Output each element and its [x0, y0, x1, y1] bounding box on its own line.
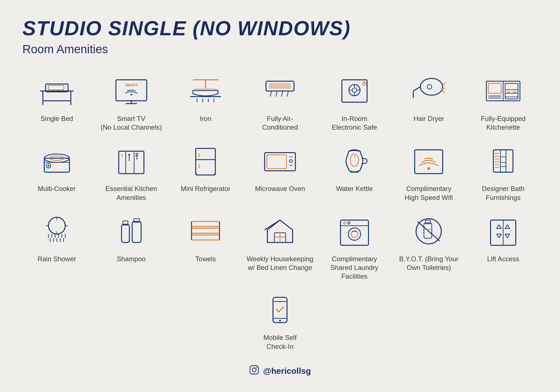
svg-rect-84 — [415, 150, 443, 174]
housekeeping-label: Weekly Housekeepingw/ Bed Linen Change — [247, 255, 313, 272]
amenity-single-bed: Single Bed — [22, 73, 91, 132]
kitchenette-label: Fully-EquippedKitchenette — [481, 114, 526, 132]
amenity-electronic-safe: In-RoomElectronic Safe — [320, 73, 389, 132]
bottom-row: Mobile SelfCheck-In — [22, 292, 538, 351]
svg-rect-116 — [132, 221, 141, 242]
svg-marker-142 — [505, 234, 510, 238]
svg-line-24 — [270, 91, 272, 97]
towels-icon — [183, 213, 228, 249]
air-conditioned-icon — [258, 73, 302, 109]
smart-tv-icon: SMART — [109, 73, 154, 109]
amenity-mobile-checkin: Mobile SelfCheck-In — [258, 292, 302, 351]
footer: @hericollsg — [22, 365, 538, 377]
amenity-wifi: ComplimentaryHigh Speed Wifi — [395, 143, 463, 202]
electronic-safe-label: In-RoomElectronic Safe — [332, 114, 377, 132]
bath-furnishings-label: Designer BathFurnishings — [482, 184, 524, 202]
lift-access-label: Lift Access — [487, 255, 519, 263]
page-title: STUDIO SINGLE (NO WINDOWS) — [22, 17, 538, 40]
svg-rect-118 — [192, 221, 220, 227]
amenity-smart-tv: SMART Smart TV(No Local Channels) — [97, 73, 166, 132]
footer-handle: @hericollsg — [263, 366, 311, 376]
towels-label: Towels — [195, 255, 216, 263]
amenity-housekeeping: Weekly Housekeepingw/ Bed Linen Change — [246, 213, 314, 281]
amenity-mini-fridge: Mini Refrigerator — [171, 143, 240, 202]
amenity-lift-access: Lift Access — [469, 213, 538, 281]
amenity-iron: Iron — [171, 73, 240, 132]
byot-icon — [406, 213, 451, 249]
amenity-bath-furnishings: Designer BathFurnishings — [469, 143, 538, 202]
kitchenette-icon — [481, 73, 526, 109]
smart-tv-label: Smart TV(No Local Channels) — [101, 114, 162, 132]
wifi-label: ComplimentaryHigh Speed Wifi — [405, 184, 453, 202]
svg-point-149 — [256, 367, 257, 368]
svg-point-129 — [348, 222, 350, 224]
kitchen-amenities-icon — [109, 143, 154, 179]
svg-line-39 — [413, 87, 420, 91]
page-subtitle: Room Amenities — [22, 43, 538, 56]
svg-rect-2 — [48, 85, 64, 90]
amenities-grid: Single Bed SMART Smart TV(No Local Chann… — [22, 73, 538, 281]
laundry-icon — [332, 213, 377, 249]
svg-point-85 — [427, 167, 430, 170]
amenity-air-conditioned: Fully Air-Conditioned — [246, 73, 314, 132]
lift-access-icon — [481, 213, 526, 249]
svg-rect-120 — [192, 235, 220, 240]
microwave-icon — [258, 143, 302, 179]
svg-rect-147 — [250, 366, 258, 374]
amenity-multi-cooker: Multi-Cooker — [22, 143, 91, 202]
amenity-microwave: Microwave Oven — [246, 143, 314, 202]
rain-shower-label: Rain Shower — [38, 255, 76, 263]
amenity-hair-dryer: Hair Dryer — [395, 73, 463, 132]
svg-line-26 — [281, 91, 283, 97]
iron-label: Iron — [200, 114, 211, 123]
svg-line-43 — [442, 90, 445, 93]
shampoo-icon — [109, 213, 154, 249]
mini-fridge-label: Mini Refrigerator — [181, 184, 230, 193]
svg-line-41 — [443, 83, 445, 85]
svg-point-59 — [48, 165, 49, 167]
byot-label: B.Y.O.T. (Bring YourOwn Toiletries) — [399, 255, 459, 272]
mini-fridge-icon — [183, 143, 228, 179]
water-kettle-label: Water Kettle — [336, 184, 373, 193]
instagram-icon — [249, 365, 259, 377]
svg-marker-141 — [505, 225, 510, 228]
svg-rect-114 — [122, 224, 129, 242]
svg-point-146 — [279, 320, 281, 321]
amenity-kitchenette: Fully-EquippedKitchenette — [469, 73, 538, 132]
svg-point-148 — [252, 368, 256, 372]
multi-cooker-label: Multi-Cooker — [38, 184, 76, 193]
bath-furnishings-icon — [481, 143, 526, 179]
amenity-laundry: ComplimentaryShared LaundryFacilities — [320, 213, 389, 281]
svg-text:SMART: SMART — [125, 83, 137, 87]
housekeeping-icon — [258, 213, 302, 249]
water-kettle-icon — [332, 143, 377, 179]
amenity-byot: B.Y.O.T. (Bring YourOwn Toiletries) — [395, 213, 463, 281]
svg-rect-76 — [265, 153, 295, 171]
mobile-checkin-label: Mobile SelfCheck-In — [263, 333, 297, 351]
amenity-rain-shower: Rain Shower — [22, 213, 91, 281]
svg-line-25 — [276, 91, 277, 97]
amenity-shampoo: Shampoo — [97, 213, 166, 281]
svg-rect-119 — [192, 228, 220, 233]
hair-dryer-label: Hair Dryer — [414, 114, 444, 123]
kitchen-amenities-label: Essential KitchenAmenities — [106, 184, 157, 202]
rain-shower-icon — [34, 213, 79, 249]
multi-cooker-icon — [34, 143, 79, 179]
svg-point-79 — [290, 160, 292, 162]
svg-rect-77 — [267, 155, 286, 169]
laundry-label: ComplimentaryShared LaundryFacilities — [330, 255, 378, 281]
svg-point-130 — [348, 228, 361, 240]
iron-icon — [183, 73, 228, 109]
shampoo-label: Shampoo — [117, 255, 146, 263]
microwave-label: Microwave Oven — [255, 184, 305, 193]
svg-rect-70 — [196, 148, 215, 175]
svg-point-8 — [130, 94, 132, 95]
amenity-towels: Towels — [171, 213, 240, 281]
svg-rect-54 — [513, 91, 516, 93]
air-conditioned-label: Fully Air-Conditioned — [262, 114, 298, 132]
mobile-checkin-icon — [258, 292, 302, 328]
single-bed-icon — [34, 73, 79, 109]
wifi-icon — [406, 143, 451, 179]
single-bed-label: Single Bed — [41, 114, 73, 123]
amenity-water-kettle: Water Kettle — [320, 143, 389, 202]
